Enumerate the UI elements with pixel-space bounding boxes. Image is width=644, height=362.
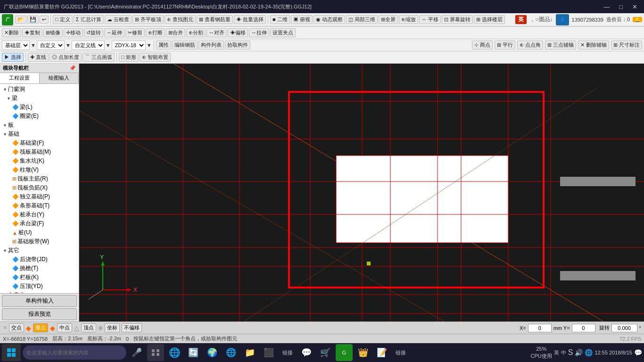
canvas-area[interactable]: X Y <box>79 64 644 321</box>
top-view-btn[interactable]: ▣ 俯视 <box>291 15 313 24</box>
pick-component-btn[interactable]: 拾取构件 <box>225 41 250 49</box>
tree-item-isolated-foundation[interactable]: 🔶 独立基础(P) <box>1 192 78 201</box>
undo-btn[interactable]: ↩ <box>40 16 49 24</box>
delete-btn[interactable]: ✕删除 <box>2 28 21 37</box>
delete-axis-btn[interactable]: ✕ 删除辅轴 <box>578 41 609 49</box>
component-list-btn[interactable]: 构件列表 <box>198 41 224 49</box>
taskbar-dark-app-btn[interactable]: ⬛ <box>260 344 277 361</box>
tab-project-settings[interactable]: 工程设置 <box>0 73 40 83</box>
tree-item-raft-foundation[interactable]: 🔶 筏板基础(M) <box>1 148 78 156</box>
local-3d-btn[interactable]: ◫ 局部三维 <box>346 15 378 24</box>
parallel-btn[interactable]: ⊞ 平行 <box>495 41 515 49</box>
fullscreen-btn[interactable]: ⊞全屏 <box>379 15 398 24</box>
zoom-btn[interactable]: ⊕缩放 <box>399 15 418 24</box>
taskbar-edge-btn[interactable]: 🌐 <box>166 344 183 361</box>
taskbar-search-input[interactable] <box>23 346 126 360</box>
save-btn[interactable]: 💾 <box>27 16 39 24</box>
view-rebar-btn[interactable]: ⊠ 查看钢筋量 <box>197 15 233 24</box>
define-btn[interactable]: □ 定义 <box>53 15 73 24</box>
layer-type-select[interactable]: 自定义 <box>37 41 65 50</box>
tab-drawing-input[interactable]: 绘图输入 <box>40 73 79 83</box>
panel-pin-icon[interactable]: 📌 <box>69 65 76 71</box>
lang-zh[interactable]: 中 <box>561 349 566 356</box>
taskbar-green-btn[interactable]: G <box>336 344 353 361</box>
dynamic-view-btn[interactable]: ◉ 动态观察 <box>314 15 345 24</box>
tree-item-pile-cap[interactable]: 🔶 桩承台(Y) <box>1 210 78 219</box>
screen-rotate-btn[interactable]: ⊡ 屏幕旋转 <box>442 15 473 24</box>
style-select[interactable]: ZDYX-18 <box>112 41 146 50</box>
select-floor-btn[interactable]: ⊞ 选择楼层 <box>474 15 505 24</box>
tree-item-pile[interactable]: ▲ 桩(U) <box>1 228 78 237</box>
align-btn[interactable]: ↔对齐 <box>206 28 227 37</box>
rect-tool-btn[interactable]: □ 矩形 <box>119 53 139 62</box>
stretch-btn[interactable]: ↔拉伸 <box>249 28 269 37</box>
taskbar-ie-btn[interactable]: 🌍 <box>204 344 221 361</box>
trim-btn[interactable]: ✂修剪 <box>125 28 145 37</box>
tree-item-post-pour[interactable]: 🔷 后浇带(JD) <box>1 255 78 264</box>
merge-btn[interactable]: ⊞合并 <box>166 28 185 37</box>
properties-btn[interactable]: 属性 <box>156 41 171 49</box>
point-angle-btn[interactable]: ⊕ 点点角 <box>517 41 543 49</box>
y-input[interactable] <box>572 324 595 332</box>
tree-item-foundation-group[interactable]: ▼ 基础 <box>1 130 78 139</box>
tree-item-beam-l[interactable]: 🔷 梁(L) <box>1 103 78 112</box>
find-elem-btn[interactable]: ⊕ 查找图元 <box>165 15 196 24</box>
cloud-check-btn[interactable]: ☁ 云检查 <box>105 15 132 24</box>
sogou-tray-icon[interactable]: S <box>568 348 573 357</box>
coord-snap-btn[interactable]: 坐标 <box>105 323 120 332</box>
midpoint-snap-btn[interactable]: 中点 <box>57 323 72 332</box>
flat-top-btn[interactable]: ⊞ 齐平板顶 <box>132 15 164 24</box>
point-length-btn[interactable]: ◎ 点加长度 <box>50 53 82 62</box>
edit-rebar-btn[interactable]: 编辑钢筋 <box>172 41 198 49</box>
copy-btn[interactable]: ◈复制 <box>22 28 42 37</box>
report-preview-btn[interactable]: 报表预览 <box>2 308 77 320</box>
tree-item-parapet[interactable]: 🔷 栏板(K) <box>1 273 78 282</box>
vertex-snap-btn[interactable]: 顶点 <box>81 323 96 332</box>
tree-item-slab-group[interactable]: ▼ 板 <box>1 121 78 130</box>
tree-item-raft-neg-rebar[interactable]: ⊞ 筏板负筋(X) <box>1 183 78 192</box>
break-btn[interactable]: ⊕打断 <box>146 28 165 37</box>
taskbar-mic-btn[interactable]: 🎤 <box>128 344 145 361</box>
select-tool-btn[interactable]: ▶ 选择 <box>2 53 24 62</box>
tree-item-coping[interactable]: 🔷 压顶(YD) <box>1 282 78 291</box>
tree-item-raft-main-rebar[interactable]: ⊞ 筏板主筋(R) <box>1 174 78 183</box>
taskbar-note-btn[interactable]: 📝 <box>373 344 390 361</box>
layer-select[interactable]: 基础层 <box>2 41 30 50</box>
endpoint-snap-btn[interactable]: 重点 <box>33 323 48 332</box>
maximize-btn[interactable]: □ <box>616 2 626 11</box>
set-grip-btn[interactable]: 设置夹点 <box>270 28 296 37</box>
network-icon[interactable]: 🌐 <box>585 349 593 356</box>
taskbar-folder-btn[interactable]: 📁 <box>241 344 258 361</box>
x-input[interactable] <box>528 324 552 332</box>
batch-select-btn[interactable]: ◈ 批量选择 <box>234 15 266 24</box>
pan-btn[interactable]: ↔ 平移 <box>419 15 441 24</box>
tree-item-foundation-beam[interactable]: 🔶 基础梁(F) <box>1 139 78 148</box>
2d-btn[interactable]: ■ 二维 <box>270 15 290 24</box>
mirror-btn[interactable]: ⊞镜像 <box>43 28 63 37</box>
line-tool-btn[interactable]: ✚ 直线 <box>28 53 49 62</box>
taskbar-crown-btn[interactable]: 👑 <box>355 344 372 361</box>
tree-item-strip-foundation[interactable]: 🔶 条形基础(T) <box>1 201 78 210</box>
tree-item-cap-beam[interactable]: 🔶 承台梁(F) <box>1 219 78 228</box>
line-type-select[interactable]: 自定义线 <box>72 41 105 50</box>
notification-tray[interactable]: 💬 <box>634 349 642 356</box>
calculate-btn[interactable]: Σ 汇总计算 <box>74 15 104 24</box>
minimize-btn[interactable]: — <box>601 2 612 11</box>
tree-item-beam-group[interactable]: ▼ 梁 <box>1 94 78 103</box>
intersection-snap-btn[interactable]: 交点 <box>9 323 24 332</box>
three-points-axis-btn[interactable]: ⊞ 三点辅轴 <box>545 41 576 49</box>
rotate-btn[interactable]: ↺旋转 <box>84 28 103 37</box>
rotate-input[interactable] <box>611 324 637 332</box>
smart-place-btn[interactable]: ⊕ 智能布置 <box>140 53 171 62</box>
taskbar-link-btn[interactable]: 链接 <box>279 344 296 361</box>
taskbar-chat-btn[interactable]: 💬 <box>298 344 315 361</box>
two-points-btn[interactable]: ⊹ 两点 <box>472 41 493 49</box>
single-component-btn[interactable]: 单构件输入 <box>2 295 77 307</box>
tree-item-sump[interactable]: 🔶 集水坑(K) <box>1 156 78 165</box>
taskbar-task-btn[interactable] <box>147 344 164 361</box>
lang-indicator[interactable]: 英 <box>554 349 559 356</box>
close-btn[interactable]: ✕ <box>629 2 640 11</box>
taskbar-clock[interactable]: 12:55 2018/8/15 <box>594 349 632 356</box>
open-btn[interactable]: 📂 <box>15 16 26 24</box>
no-offset-btn[interactable]: 不偏移 <box>122 323 142 332</box>
